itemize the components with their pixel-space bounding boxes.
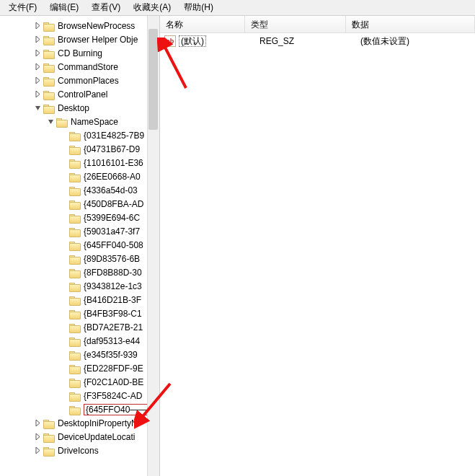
expander-closed-icon[interactable] [33,433,42,441]
folder-icon [69,144,81,154]
tree-item[interactable]: Desktop [0,101,159,115]
value-row[interactable]: ab(默认)REG_SZ(数值未设置) [160,33,475,48]
expander-closed-icon[interactable] [33,49,42,58]
values-list[interactable]: ab(默认)REG_SZ(数值未设置) [160,33,475,48]
tree-item[interactable]: {daf95313-e44 [0,334,159,348]
tree-item[interactable]: {89D83576-6B [0,252,159,265]
expander-closed-icon[interactable] [33,90,42,99]
folder-icon [43,432,55,442]
folder-icon [43,446,55,456]
header-data[interactable]: 数据 [346,16,475,32]
value-data: (数值未设置) [355,35,475,48]
tree-item[interactable]: DeviceUpdateLocati [0,430,159,444]
tree-item[interactable]: {B4FB3F98-C1 [0,307,159,320]
tree-item[interactable]: {59031a47-3f7 [0,224,159,238]
expander-none [59,227,68,236]
tree-item[interactable]: {645FFO40—— [0,402,159,416]
expander-none [59,213,68,222]
tree-item[interactable]: {F3F5824C-AD [0,389,159,402]
string-value-icon: ab [164,35,176,47]
tree-item[interactable]: BrowseNewProcess [0,19,159,32]
tree-item-label: DeviceUpdateLocati [58,432,135,442]
header-name[interactable]: 名称 [160,16,245,32]
expander-open-icon[interactable] [46,118,55,126]
tree-item[interactable]: Browser Helper Obje [0,32,159,46]
tree-item[interactable]: {031E4825-7B9 [0,128,159,142]
expander-closed-icon[interactable] [33,76,42,85]
tree-item[interactable]: CommonPlaces [0,74,159,87]
expander-none [59,172,68,181]
tree-scrollbar[interactable] [147,16,159,476]
expander-none [59,186,68,195]
menu-edit[interactable]: 编辑(E) [45,0,83,15]
folder-icon [43,418,55,428]
tree-item-label: DesktopIniPropertyN [58,418,138,428]
folder-icon [69,405,81,415]
tree-item-label: {59031a47-3f7 [84,226,140,237]
expander-none [59,323,68,332]
expander-none [59,405,68,414]
tree-scrollbar-thumb[interactable] [148,29,158,130]
value-type: REG_SZ [254,36,355,46]
folder-icon [69,185,81,195]
values-header: 名称 类型 数据 [160,16,475,33]
expander-closed-icon[interactable] [33,419,42,428]
tree-item[interactable]: {e345f35f-939 [0,348,159,361]
svg-line-0 [163,43,186,88]
menu-file[interactable]: 文件(F) [4,0,41,15]
expander-none [59,145,68,154]
folder-icon [69,336,81,346]
tree-item[interactable]: {4336a54d-03 [0,183,159,197]
tree-item-label: {031E4825-7B9 [84,131,144,141]
expander-closed-icon[interactable] [33,446,42,455]
tree-item-label: {F3F5824C-AD [84,391,142,401]
expander-closed-icon[interactable] [33,22,42,30]
menu-view[interactable]: 查看(V) [87,0,125,15]
tree-item[interactable]: {11016101-E36 [0,156,159,169]
tree-item[interactable]: CD Burning [0,46,159,60]
expander-closed-icon[interactable] [33,63,42,71]
tree-item[interactable]: DesktopIniPropertyN [0,416,159,430]
tree-item[interactable]: ControlPanel [0,87,159,101]
tree-item[interactable]: {8FD8B88D-30 [0,265,159,279]
tree-item-label: {F02C1A0D-BE [84,377,143,387]
menu-favorites[interactable]: 收藏夹(A) [129,0,175,15]
folder-icon [69,213,81,223]
tree-item-label: {89D83576-6B [84,254,140,264]
tree-pane: BrowseNewProcessBrowser Helper ObjeCD Bu… [0,16,160,476]
tree-item[interactable]: {04731B67-D9 [0,142,159,156]
tree-item[interactable]: {F02C1A0D-BE [0,375,159,389]
folder-icon [69,199,81,209]
registry-tree[interactable]: BrowseNewProcessBrowser Helper ObjeCD Bu… [0,16,159,457]
folder-icon [69,295,81,305]
tree-item[interactable]: CommandStore [0,60,159,74]
tree-item[interactable]: {ED228FDF-9E [0,361,159,375]
expander-open-icon[interactable] [33,104,42,113]
tree-item[interactable]: {B416D21B-3F [0,293,159,307]
tree-item[interactable]: {645FF040-508 [0,238,159,252]
tree-item[interactable]: NameSpace [0,115,159,128]
tree-item[interactable]: {9343812e-1c3 [0,279,159,293]
tree-item-label: {BD7A2E7B-21 [84,322,143,332]
folder-icon [69,240,81,250]
folder-icon [69,172,81,182]
tree-item[interactable]: {BD7A2E7B-21 [0,320,159,334]
tree-item[interactable]: {26EE0668-A0 [0,169,159,183]
tree-item-label: {11016101-E36 [84,158,143,168]
tree-item-label: Browser Helper Obje [58,35,138,45]
menu-help[interactable]: 帮助(H) [179,0,218,15]
tree-item[interactable]: DriveIcons [0,444,159,457]
folder-icon [43,48,55,58]
tree-item-label: CommandStore [58,62,118,72]
header-type[interactable]: 类型 [245,16,346,32]
tree-item-label: {450D8FBA-AD [84,199,143,209]
expander-none [59,392,68,400]
expander-none [59,309,68,318]
expander-closed-icon[interactable] [33,35,42,44]
tree-item-label: {B4FB3F98-C1 [84,309,142,319]
tree-item[interactable]: {450D8FBA-AD [0,197,159,211]
expander-none [59,364,68,373]
folder-icon [69,281,81,291]
tree-item[interactable]: {5399E694-6C [0,211,159,224]
tree-item-label: {e345f35f-939 [84,350,138,360]
